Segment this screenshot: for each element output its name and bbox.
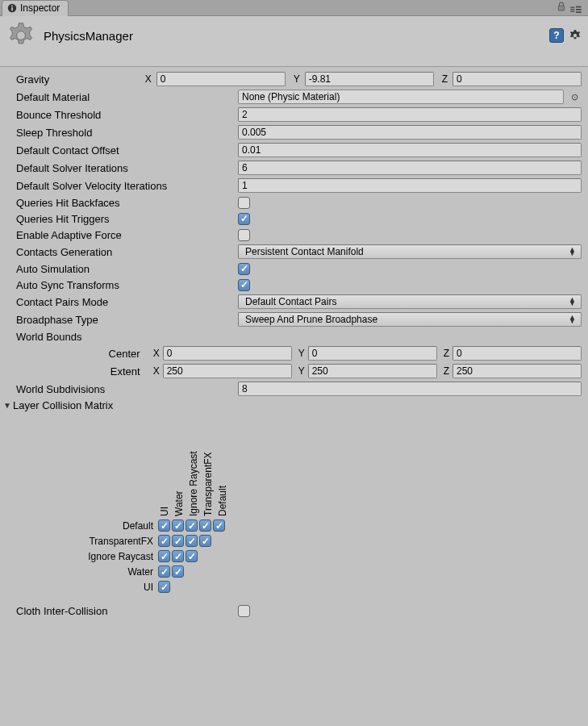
svg-rect-4 xyxy=(570,6,574,7)
matrix-row: Ignore Raycast xyxy=(81,549,231,564)
contacts-generation-select[interactable]: Persistent Contact Manifold ▲▼ xyxy=(238,244,582,259)
label-center: Center xyxy=(16,348,148,360)
matrix-cell-checkbox[interactable] xyxy=(158,581,170,593)
axis-y-label: Y xyxy=(289,73,302,85)
label-world-subdivisions: World Subdivisions xyxy=(16,383,238,395)
matrix-cell-checkbox[interactable] xyxy=(199,535,211,547)
settings-gear-icon[interactable] xyxy=(569,29,582,42)
row-enable-adaptive-force: Enable Adaptive Force xyxy=(0,227,588,243)
matrix-cell-checkbox[interactable] xyxy=(199,519,211,532)
label-contacts-generation: Contacts Generation xyxy=(16,246,238,258)
label-auto-sync-transforms: Auto Sync Transforms xyxy=(16,279,238,291)
default-solver-iterations-input[interactable] xyxy=(238,161,582,175)
matrix-row: Water xyxy=(81,564,231,579)
tab-inspector[interactable]: Inspector xyxy=(2,0,69,16)
row-contacts-generation: Contacts Generation Persistent Contact M… xyxy=(0,243,588,261)
matrix-row-label: Ignore Raycast xyxy=(81,551,158,562)
default-material-field[interactable]: None (Physic Material) xyxy=(238,90,564,104)
row-default-contact-offset: Default Contact Offset xyxy=(0,141,588,159)
extent-z-input[interactable] xyxy=(452,364,582,378)
matrix-row-label: TransparentFX xyxy=(81,536,158,547)
center-z-input[interactable] xyxy=(452,346,582,361)
gravity-z-input[interactable] xyxy=(452,72,582,86)
cloth-inter-collision-checkbox[interactable] xyxy=(238,605,250,617)
row-world-subdivisions: World Subdivisions xyxy=(0,380,588,398)
svg-point-11 xyxy=(573,34,577,37)
lock-icon[interactable] xyxy=(557,2,565,14)
row-bounce-threshold: Bounce Threshold xyxy=(0,106,588,123)
svg-rect-6 xyxy=(570,10,574,11)
axis-y-label: Y xyxy=(294,365,307,377)
center-y-input[interactable] xyxy=(308,346,437,361)
context-menu-icon[interactable] xyxy=(570,4,582,12)
gravity-x-input[interactable] xyxy=(156,72,286,86)
center-x-input[interactable] xyxy=(163,346,292,361)
axis-z-label: Z xyxy=(439,348,451,359)
label-enable-adaptive-force: Enable Adaptive Force xyxy=(16,229,238,241)
contact-pairs-mode-value: Default Contact Pairs xyxy=(245,296,336,307)
label-gravity: Gravity xyxy=(16,73,140,86)
queries-hit-backfaces-checkbox[interactable] xyxy=(238,197,250,209)
matrix-cell-checkbox[interactable] xyxy=(213,519,225,532)
default-contact-offset-input[interactable] xyxy=(238,143,582,157)
world-subdivisions-input[interactable] xyxy=(238,382,582,396)
row-queries-hit-backfaces: Queries Hit Backfaces xyxy=(0,194,588,211)
help-icon[interactable]: ? xyxy=(549,28,564,43)
matrix-cell-checkbox[interactable] xyxy=(172,550,184,562)
extent-x-input[interactable] xyxy=(163,364,292,378)
matrix-cell-checkbox[interactable] xyxy=(158,535,170,547)
svg-rect-7 xyxy=(576,6,582,7)
label-default-solver-velocity-iterations: Default Solver Velocity Iterations xyxy=(16,180,238,192)
tab-bar: Inspector xyxy=(0,0,588,16)
label-auto-simulation: Auto Simulation xyxy=(16,263,238,275)
enable-adaptive-force-checkbox[interactable] xyxy=(238,229,250,241)
queries-hit-triggers-checkbox[interactable] xyxy=(238,213,250,225)
svg-rect-2 xyxy=(11,7,13,11)
matrix-row-label: Default xyxy=(81,520,158,532)
object-picker-icon[interactable]: ⊙ xyxy=(567,92,582,102)
matrix-row: Default xyxy=(81,518,231,533)
label-layer-collision-matrix: Layer Collision Matrix xyxy=(13,399,113,411)
matrix-cell-checkbox[interactable] xyxy=(158,565,170,578)
broadphase-type-select[interactable]: Sweep And Prune Broadphase ▲▼ xyxy=(238,312,582,327)
component-header: PhysicsManager ? xyxy=(0,16,588,67)
matrix-cell-checkbox[interactable] xyxy=(172,565,184,578)
svg-rect-5 xyxy=(570,9,574,10)
matrix-row: UI xyxy=(81,579,231,595)
label-cloth-inter-collision: Cloth Inter-Collision xyxy=(16,605,238,617)
auto-simulation-checkbox[interactable] xyxy=(238,263,250,275)
matrix-cell-checkbox[interactable] xyxy=(172,535,184,547)
matrix-cell-checkbox[interactable] xyxy=(158,519,170,532)
svg-rect-9 xyxy=(576,11,582,13)
row-world-bounds: World Bounds xyxy=(0,328,588,344)
broadphase-type-value: Sweep And Prune Broadphase xyxy=(245,314,377,325)
matrix-cell-checkbox[interactable] xyxy=(158,550,170,562)
matrix-col-header: TransparentFX xyxy=(202,452,214,516)
updown-icon: ▲▼ xyxy=(569,248,576,256)
foldout-layer-collision-matrix[interactable]: ▼ Layer Collision Matrix xyxy=(0,398,588,413)
contacts-generation-value: Persistent Contact Manifold xyxy=(245,246,364,257)
matrix-cell-checkbox[interactable] xyxy=(186,550,198,562)
axis-z-label: Z xyxy=(439,365,451,377)
label-default-material: Default Material xyxy=(16,91,238,103)
extent-y-input[interactable] xyxy=(308,364,437,378)
inspector-body: Gravity X Y Z Default Material None (Phy… xyxy=(0,67,588,635)
label-world-bounds: World Bounds xyxy=(16,331,238,343)
contact-pairs-mode-select[interactable]: Default Contact Pairs ▲▼ xyxy=(238,294,582,309)
axis-x-label: X xyxy=(140,73,153,85)
matrix-cell-checkbox[interactable] xyxy=(172,519,184,532)
auto-sync-transforms-checkbox[interactable] xyxy=(238,279,250,291)
row-default-material: Default Material None (Physic Material) … xyxy=(0,88,588,106)
bounce-threshold-input[interactable] xyxy=(238,107,582,122)
row-default-solver-velocity-iterations: Default Solver Velocity Iterations xyxy=(0,177,588,194)
gear-icon xyxy=(6,21,35,50)
matrix-cell-checkbox[interactable] xyxy=(186,519,198,532)
gravity-y-input[interactable] xyxy=(305,72,434,86)
row-auto-simulation: Auto Simulation xyxy=(0,261,588,277)
default-solver-velocity-iterations-input[interactable] xyxy=(238,178,582,193)
layer-collision-matrix: DefaultTransparentFXIgnore RaycastWaterU… xyxy=(0,413,588,603)
row-gravity: Gravity X Y Z xyxy=(0,70,588,88)
matrix-cell-checkbox[interactable] xyxy=(186,535,198,547)
matrix-row: TransparentFX xyxy=(81,533,231,549)
sleep-threshold-input[interactable] xyxy=(238,125,582,140)
